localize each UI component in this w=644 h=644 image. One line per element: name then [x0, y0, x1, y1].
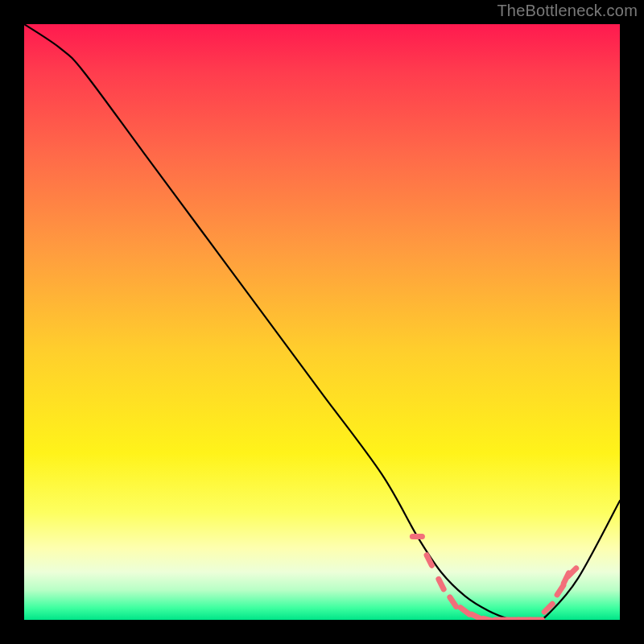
highlight-dot [439, 579, 444, 589]
highlight-dot [557, 585, 564, 595]
highlight-dot [568, 568, 576, 576]
plot-area [24, 24, 620, 620]
highlight-dot [450, 597, 456, 607]
highlight-dot [460, 608, 469, 614]
highlight-dot [472, 614, 482, 619]
watermark-text: TheBottleneck.com [497, 2, 638, 20]
highlight-dot-group [412, 536, 576, 620]
curve-layer [24, 24, 620, 620]
bottleneck-curve-line [24, 24, 620, 620]
chart-frame: TheBottleneck.com [0, 0, 644, 644]
